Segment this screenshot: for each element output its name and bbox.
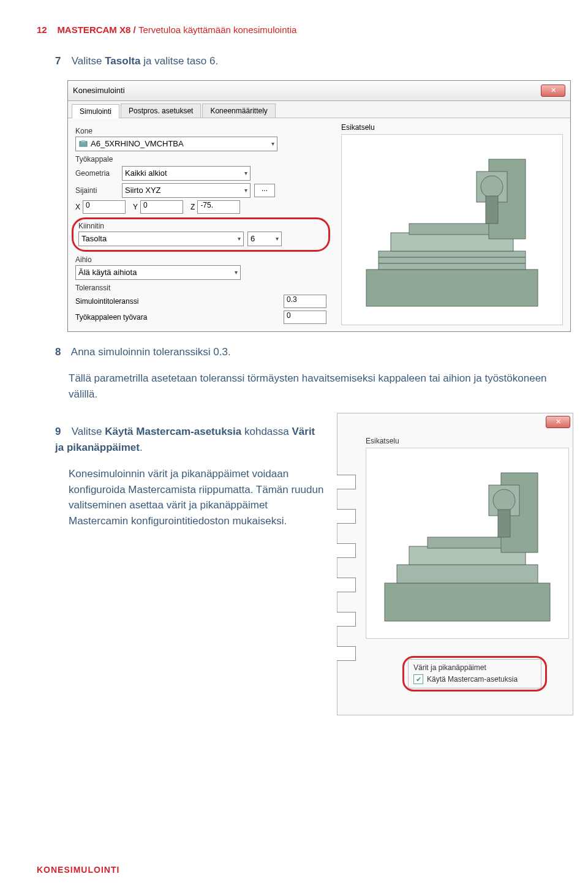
use-mastercam-checkbox[interactable]: ✔ [413,674,423,684]
geometria-label: Geometria [75,169,118,178]
step-8-number: 8 [55,344,69,360]
stub [337,612,356,627]
step-8-sub: Tällä parametrilla asetetaan toleranssi … [69,371,557,402]
step-7-number: 7 [55,53,69,69]
step-7-text-b: ja valitse taso 6. [141,55,219,67]
colors-highlight: Värit ja pikanäppäimet ✔ Käytä Mastercam… [402,656,547,691]
chevron-down-icon: ▾ [276,235,279,242]
stub [337,646,356,661]
tyovara-field[interactable]: 0 [284,311,326,324]
kiinnitin-label: Kiinnitin [78,222,323,230]
svg-rect-0 [80,141,87,146]
konesimulointi-dialog: Konesimulointi ✕ Simulointi Postpros. as… [67,80,571,332]
use-mastercam-label: Käytä Mastercam-asetuksia [427,675,518,684]
stub [337,543,356,558]
tab-simulointi[interactable]: Simulointi [72,104,119,118]
kiinnitin-num: 6 [251,234,255,243]
field-stubs [337,475,356,661]
step-9-number: 9 [55,424,69,440]
kone-label: Kone [75,127,326,135]
machine-preview-2 [366,448,569,639]
simtol-field[interactable]: 0.3 [284,295,326,308]
close-button[interactable]: ✕ [546,416,570,428]
kiinnitin-num-combo[interactable]: 6 ▾ [247,232,282,246]
x-field[interactable]: 0 [83,200,126,214]
svg-rect-12 [385,583,550,621]
svg-rect-5 [409,224,495,235]
sijainti-ellipsis-button[interactable]: ... [254,184,275,197]
stub [337,475,356,489]
tab-postpros[interactable]: Postpros. asetukset [121,104,201,118]
y-field[interactable]: 0 [140,200,183,214]
step-9-text-b: kohdassa [241,426,292,437]
machine-svg-2 [366,448,568,638]
svg-rect-1 [81,140,85,142]
chevron-down-icon: ▾ [271,140,274,147]
machine-icon [78,140,88,148]
svg-rect-15 [428,537,507,548]
z-field[interactable]: -75. [197,200,240,214]
kiinnitin-highlight: Kiinnitin Tasolta ▾ 6 ▾ [72,217,330,252]
step-9-sub: Konesimuloinnin värit ja pikanäppäimet v… [69,466,325,529]
aihio-value: Älä käytä aihiota [78,268,137,277]
page-footer: KONESIMULOINTI [37,865,119,875]
step-9-text-c: . [140,442,143,453]
kone-combo[interactable]: A6_5XRHINO_VMCHTBA ▾ [75,137,277,151]
esikatselu-label: Esikatselu [341,123,563,132]
svg-point-18 [493,489,515,511]
svg-rect-19 [498,510,510,537]
aihio-label: Aihio [75,255,326,264]
header-slash: / [134,24,136,35]
toleranssit-label: Toleranssit [75,284,326,292]
esikatselu-label-2: Esikatselu [366,437,569,445]
geometria-combo[interactable]: Kaikki alkiot ▾ [122,166,251,181]
kiinnitin-combo[interactable]: Tasolta ▾ [78,232,244,246]
y-label: Y [133,203,138,211]
stub [337,578,356,592]
colors-snippet: ✕ Esikatselu [337,413,573,715]
tyokappale-label: Työkappale [75,155,326,164]
machine-preview [341,134,563,325]
svg-rect-2 [366,269,538,306]
tab-koneenmaarittely[interactable]: Koneenmäärittely [202,104,275,118]
page-header: 12 MASTERCAM X8 / Tervetuloa käyttämään … [37,24,557,35]
step-7: 7 Valitse Tasolta ja valitse taso 6. [55,53,557,69]
aihio-combo[interactable]: Älä käytä aihiota ▾ [75,265,241,280]
dialog-title: Konesimulointi [73,86,125,95]
step-9-text-a: Valitse [72,426,105,437]
chevron-down-icon: ▾ [235,269,238,276]
page-number: 12 [37,24,47,35]
step-9-bold1: Käytä Mastercam-asetuksia [105,426,241,437]
svg-rect-13 [397,565,538,583]
kiinnitin-value: Tasolta [81,234,107,243]
geometria-value: Kaikki alkiot [125,168,167,178]
kone-value: A6_5XRHINO_VMCHTBA [91,139,184,148]
step-8-text: Anna simuloinnin toleranssiksi 0.3. [71,346,231,358]
simtol-label: Simulointitoleranssi [75,297,138,306]
step-9: 9 Valitse Käytä Mastercam-asetuksia kohd… [55,424,325,455]
step-7-text-a: Valitse [72,55,105,67]
chevron-down-icon: ▾ [238,235,241,242]
dialog-titlebar: Konesimulointi ✕ [68,81,570,101]
tyovara-label: Työkappaleen työvara [75,313,147,322]
svg-point-8 [481,176,503,198]
svg-rect-3 [379,251,526,269]
product-name: MASTERCAM X8 [57,24,130,35]
header-subtitle: Tervetuloa käyttämään konesimulointia [138,24,296,35]
dialog-tabs: Simulointi Postpros. asetukset Koneenmää… [68,101,570,118]
stub [337,509,356,524]
chevron-down-icon: ▾ [244,170,247,176]
machine-svg [342,135,562,325]
z-label: Z [190,203,195,211]
colors-groupbox: Värit ja pikanäppäimet ✔ Käytä Mastercam… [408,659,541,688]
svg-rect-9 [486,196,498,224]
x-label: X [75,203,80,211]
close-button[interactable]: ✕ [541,85,565,97]
step-8: 8 Anna simuloinnin toleranssiksi 0.3. [55,344,557,360]
sijainti-combo[interactable]: Siirto XYZ ▾ [122,183,251,198]
sijainti-value: Siirto XYZ [125,186,161,195]
colors-title: Värit ja pikanäppäimet [413,663,536,672]
chevron-down-icon: ▾ [244,187,247,194]
step-7-bold: Tasolta [105,55,140,67]
sijainti-label: Sijainti [75,186,118,195]
